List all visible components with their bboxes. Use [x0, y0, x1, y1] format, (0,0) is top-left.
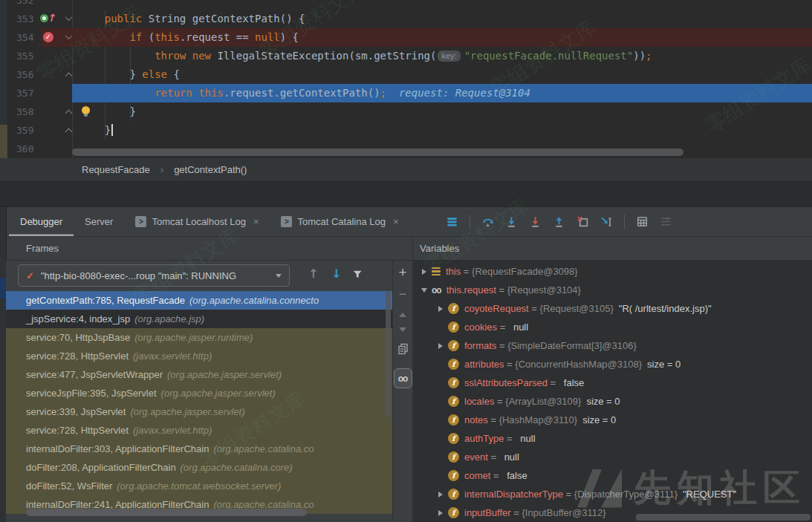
variable-row[interactable]: cookies = null: [413, 318, 812, 336]
variable-row[interactable]: this.request = {Request@3104}: [413, 281, 812, 299]
fold-marker-icon[interactable]: [66, 127, 74, 134]
frame-row[interactable]: serviceJspFile:395, JspServlet(org.apach…: [6, 384, 392, 402]
expand-closed-icon[interactable]: [435, 492, 445, 497]
code-line[interactable]: 353 public String getContextPath() {: [0, 10, 812, 28]
tab-tomcat-catalina-log[interactable]: Tomcat Catalina Log: [270, 207, 409, 236]
frame-row[interactable]: service:728, HttpServlet(javax.servlet.h…: [6, 421, 392, 440]
step-over-icon[interactable]: [481, 215, 494, 228]
frame-row[interactable]: service:70, HttpJspBase(org.apache.jaspe…: [6, 328, 392, 347]
mute-renderers-icon[interactable]: [660, 215, 672, 228]
variable-row[interactable]: event = null: [413, 448, 812, 466]
frame-row[interactable]: internalDoFilter:303, ApplicationFilterC…: [6, 440, 392, 458]
editor-hscrollbar[interactable]: [72, 149, 683, 156]
step-into-icon[interactable]: [505, 215, 518, 228]
fold-marker-icon[interactable]: [66, 108, 74, 116]
variables-hscrollbar[interactable]: [636, 514, 811, 521]
run-to-cursor-icon[interactable]: [600, 215, 613, 228]
code-token: [79, 13, 105, 25]
variable-row[interactable]: formats = {SimpleDateFormat[3]@3106}: [413, 336, 812, 355]
variable-row[interactable]: authType = null: [413, 429, 812, 448]
frame-row[interactable]: _jspService:4, index_jsp(org.apache.jsp): [6, 310, 392, 328]
code-line[interactable]: 354 if (this.request == null) {: [0, 28, 812, 47]
code-line[interactable]: 358 }: [0, 102, 812, 121]
watches-toolbar: [392, 261, 413, 522]
equals-sign: =: [511, 507, 522, 518]
line-number: 360: [16, 140, 42, 158]
restore-layout-icon[interactable]: [446, 215, 458, 228]
variable-row[interactable]: notes = {HashMap@3110}size = 0: [413, 411, 812, 429]
fold-marker-icon[interactable]: [66, 71, 74, 79]
navigate-down-icon[interactable]: [331, 267, 341, 281]
expand-arrow: [438, 510, 443, 516]
field-icon: [448, 433, 459, 444]
frame-row[interactable]: service:728, HttpServlet(javax.servlet.h…: [6, 347, 392, 365]
frame-row[interactable]: doFilter:208, ApplicationFilterChain(org…: [6, 458, 392, 477]
expand-closed-icon[interactable]: [435, 343, 445, 349]
code-line[interactable]: 359 }: [0, 121, 812, 140]
expand-open-icon[interactable]: [419, 288, 429, 293]
code-token: IllegalStateException(sm.getString(: [211, 50, 436, 62]
evaluate-expression-icon[interactable]: [636, 215, 649, 228]
frames-hscrollbar[interactable]: [26, 509, 307, 516]
tab-debugger[interactable]: Debugger: [9, 207, 74, 236]
code-text: if (this.request == null) {: [79, 28, 299, 47]
variable-row[interactable]: locales = {ArrayList@3109}size = 0: [413, 392, 812, 411]
close-icon[interactable]: [393, 216, 399, 227]
line-number: 357: [16, 84, 42, 102]
show-watches-icon[interactable]: [394, 368, 412, 388]
frame-package: (org.apache.jasper.servlet): [167, 369, 282, 380]
code-token: else: [142, 68, 167, 80]
tool-window-tabs: DebuggerServerTomcat Localhost LogTomcat…: [9, 207, 410, 236]
variable-row[interactable]: this = {RequestFacade@3098}: [413, 262, 812, 281]
filter-icon[interactable]: [352, 269, 363, 283]
expand-closed-icon[interactable]: [419, 269, 429, 275]
step-out-icon[interactable]: [553, 215, 565, 228]
variable-ref-value: {SimpleDateFormat[3]@3106}: [507, 340, 637, 351]
frame-row[interactable]: service:477, JspServletWrapper(org.apach…: [6, 365, 392, 384]
breadcrumb-method[interactable]: getContextPath(): [174, 164, 247, 175]
ide-window: 352353 public String getContextPath() {3…: [0, 0, 812, 522]
equals-sign: =: [496, 284, 507, 296]
duplicate-watch-icon[interactable]: [397, 343, 409, 358]
frame-row[interactable]: doFilter:52, WsFilter(org.apache.tomcat.…: [6, 477, 392, 495]
frame-row[interactable]: service:339, JspServlet(org.apache.jaspe…: [6, 402, 392, 421]
variable-row[interactable]: internalDispatcherType = {DispatcherType…: [413, 485, 812, 503]
equals-sign: =: [488, 414, 499, 425]
frame-row[interactable]: getContextPath:785, RequestFacade(org.ap…: [6, 291, 392, 310]
expand-closed-icon[interactable]: [435, 510, 445, 516]
frame-method: service:477, JspServletWrapper: [26, 369, 163, 380]
thread-selector[interactable]: "http-bio-8080-exec-...roup "main": RUNN…: [18, 264, 290, 287]
close-icon[interactable]: [253, 216, 259, 227]
code-token: public: [105, 13, 143, 25]
frames-vscrollbar[interactable]: [386, 291, 391, 417]
code-line[interactable]: 352: [0, 0, 812, 10]
code-line[interactable]: 357 return this.request.getContextPath()…: [0, 84, 812, 102]
variable-row[interactable]: attributes = {ConcurrentHashMap@3108}siz…: [413, 355, 812, 373]
move-up-icon[interactable]: [399, 313, 406, 317]
breadcrumb-class[interactable]: RequestFacade: [82, 164, 150, 175]
frame-package: (org.apache.jasper.servlet): [130, 406, 244, 417]
force-step-into-icon[interactable]: [529, 215, 542, 228]
variable-ref-value: {ConcurrentHashMap@3108}: [515, 359, 642, 370]
expand-closed-icon[interactable]: [435, 306, 445, 312]
remove-watch-icon[interactable]: [399, 289, 407, 299]
tab-server[interactable]: Server: [74, 207, 124, 236]
breakpoint-icon[interactable]: [43, 32, 53, 42]
toolbar-separator: [624, 215, 625, 229]
variable-row[interactable]: coyoteRequest = {Request@3105}"R( /urlte…: [413, 299, 812, 318]
tab-tomcat-localhost-log[interactable]: Tomcat Localhost Log: [124, 207, 270, 236]
variable-row[interactable]: sslAttributesParsed = false: [413, 373, 812, 392]
variable-ref-value: {Request@3105}: [540, 303, 614, 314]
navigate-up-icon[interactable]: [308, 267, 318, 281]
watch-icon: [432, 285, 441, 296]
drop-frame-icon[interactable]: [576, 215, 589, 228]
variable-ref-value: {HashMap@3110}: [499, 414, 577, 425]
variable-row[interactable]: comet = false: [413, 466, 812, 485]
add-watch-icon[interactable]: [398, 265, 406, 279]
fold-marker-icon[interactable]: [66, 34, 74, 42]
code-editor[interactable]: 352353 public String getContextPath() {3…: [0, 0, 812, 158]
code-line[interactable]: 355 throw new IllegalStateException(sm.g…: [0, 47, 812, 65]
fold-marker-icon[interactable]: [66, 16, 74, 23]
code-line[interactable]: 356 } else {: [0, 65, 812, 84]
move-down-icon[interactable]: [399, 327, 406, 332]
